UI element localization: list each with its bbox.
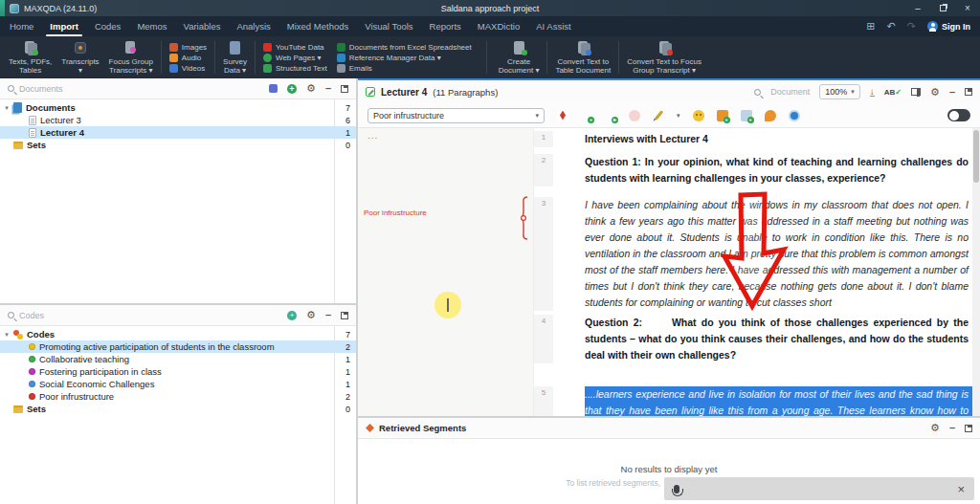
code-with-selected-icon[interactable]	[557, 110, 568, 121]
code-new-icon[interactable]: +	[581, 110, 592, 121]
document-row-lecturer-3[interactable]: Lecturer 3 6	[0, 114, 356, 126]
code-row-promoting-participation[interactable]: Promoting active participation of studen…	[0, 340, 356, 353]
menu-memos[interactable]: Memos	[137, 21, 167, 32]
menu-codes[interactable]: Codes	[95, 21, 121, 32]
emoticode-icon[interactable]	[693, 110, 704, 121]
code-in-vivo-icon[interactable]: ▸	[605, 110, 616, 121]
images-button[interactable]: Images	[169, 43, 207, 52]
texts-pdfs-tables-button[interactable]: Texts, PDFs,Tables	[4, 38, 56, 77]
highlighter-icon[interactable]	[653, 110, 664, 121]
grid-view-icon[interactable]: ⊞	[866, 20, 875, 33]
document-row-lecturer-4[interactable]: Lecturer 4 1	[0, 126, 356, 139]
codes-sets-row[interactable]: Sets 0	[0, 403, 356, 415]
codes-search-input[interactable]: Codes	[19, 311, 282, 320]
codes-root-row[interactable]: ▾ Codes 7	[0, 328, 356, 340]
export-document-icon[interactable]: ↓	[870, 87, 875, 97]
user-avatar-icon	[927, 21, 938, 32]
margin-options[interactable]: ...	[368, 130, 378, 141]
menu-variables[interactable]: Variables	[184, 21, 221, 32]
memo-icon[interactable]	[765, 110, 776, 121]
ribbon-separator	[255, 41, 256, 74]
code-row-poor-infrustructure[interactable]: Poor infrustructure 2	[0, 390, 356, 403]
menu-maxdictio[interactable]: MAXDictio	[478, 21, 520, 32]
menu-visual-tools[interactable]: Visual Tools	[365, 21, 412, 32]
undock-panel-icon[interactable]	[965, 88, 972, 96]
audio-button[interactable]: Audio	[169, 54, 207, 62]
transcripts-button[interactable]: Transcripts▾	[56, 38, 103, 77]
undock-panel-icon[interactable]	[341, 312, 348, 319]
coding-margin[interactable]: ... Poor infrustructure	[358, 128, 534, 416]
redo-icon: ↷	[907, 20, 916, 33]
code-row-fostering-participation[interactable]: Fostering participation in class 1	[0, 365, 356, 378]
minimize-panel-icon[interactable]: –	[325, 310, 331, 320]
vertical-scrollbar[interactable]	[972, 128, 980, 416]
minimize-button[interactable]: –	[905, 0, 930, 16]
zoom-select[interactable]: 100%▾	[819, 84, 860, 99]
code-summary-icon[interactable]: +	[717, 110, 728, 121]
paragraph-5-selected[interactable]: 5 ....learners experience and live in is…	[534, 386, 972, 416]
documents-root-row[interactable]: ▾ Documents 7	[0, 101, 356, 114]
code-row-collaborative-teaching[interactable]: Collaborative teaching 1	[0, 353, 356, 365]
gear-icon[interactable]: ⚙	[306, 310, 316, 320]
convert-to-table-document-button[interactable]: Convert Text toTable Document	[550, 38, 615, 77]
edit-mode-toggle[interactable]	[947, 109, 970, 121]
menu-home[interactable]: Home	[10, 21, 33, 32]
web-pages-button[interactable]: Web Pages ▾	[263, 54, 327, 62]
restore-button[interactable]	[930, 0, 955, 16]
code-row-social-economic[interactable]: Social Economic Challenges 1	[0, 378, 356, 390]
menu-reports[interactable]: Reports	[430, 21, 461, 32]
paragraph-4[interactable]: 4 Question 2: What do you think of those…	[534, 315, 972, 363]
document-text[interactable]: 1 Interviews with Lecturer 4 2 Question …	[534, 128, 980, 416]
margin-code-label[interactable]: Poor infrustructure	[364, 208, 427, 217]
create-document-button[interactable]: CreateDocument ▾	[494, 38, 545, 77]
smart-coding-icon[interactable]: +	[741, 110, 752, 121]
paragraph-1[interactable]: 1 Interviews with Lecturer 4	[534, 131, 972, 147]
reference-manager-button[interactable]: Reference Manager Data ▾	[337, 54, 472, 62]
emails-button[interactable]: Emails	[337, 64, 472, 73]
convert-to-focus-group-button[interactable]: Convert Text to FocusGroup Transcript ▾	[622, 38, 706, 77]
quick-code-combo[interactable]: Poor infrustructure▾	[368, 108, 545, 123]
menu-ai-assist[interactable]: AI Assist	[536, 21, 570, 32]
undo-icon[interactable]: ↶	[887, 20, 896, 33]
selected-text[interactable]: ....learners experience and live in isol…	[585, 386, 972, 416]
structured-text-button[interactable]: Structured Text	[263, 64, 327, 73]
documents-from-excel-button[interactable]: Documents from Excel Spreadsheet	[337, 43, 472, 52]
chevron-down-icon[interactable]: ▾	[0, 104, 13, 112]
gear-icon[interactable]: ⚙	[306, 83, 316, 94]
paragraph-2[interactable]: 2 Question 1: In your opinion, what kind…	[534, 154, 972, 186]
menu-import[interactable]: Import	[50, 21, 78, 32]
spellcheck-icon[interactable]: AB✓	[884, 88, 902, 97]
new-code-icon[interactable]: +	[287, 311, 297, 320]
focus-group-transcripts-button[interactable]: Focus GroupTranscripts ▾	[104, 38, 158, 77]
chevron-down-icon[interactable]: ▾	[0, 331, 13, 339]
paragraph-3[interactable]: 3 I have been complaining about the wind…	[534, 197, 972, 311]
sign-in-button[interactable]: Sign In	[927, 21, 970, 32]
gear-icon[interactable]: ⚙	[930, 423, 940, 433]
menu-mixed-methods[interactable]: Mixed Methods	[287, 21, 348, 32]
minimize-panel-icon[interactable]: –	[949, 87, 955, 98]
documents-search-input[interactable]: Documents	[19, 84, 264, 94]
audio-icon	[169, 54, 178, 62]
sidebar-toggle-icon[interactable]	[911, 88, 921, 96]
microphone-icon[interactable]	[674, 485, 679, 493]
menu-analysis[interactable]: Analysis	[236, 21, 270, 32]
ai-assist-icon[interactable]	[789, 110, 800, 121]
scrollbar-thumb[interactable]	[973, 130, 979, 183]
documents-sets-row[interactable]: Sets 0	[0, 139, 356, 151]
minimize-panel-icon[interactable]: –	[325, 83, 331, 94]
document-search-input[interactable]: Document	[770, 87, 810, 97]
videos-button[interactable]: Videos	[169, 64, 207, 73]
gear-icon[interactable]: ⚙	[930, 87, 940, 98]
close-icon[interactable]: ×	[957, 482, 965, 496]
restore-icon	[940, 5, 947, 11]
youtube-data-button[interactable]: YouTube Data	[263, 43, 327, 52]
minimize-panel-icon[interactable]: –	[949, 423, 955, 433]
undock-panel-icon[interactable]	[341, 85, 348, 93]
activation-icon[interactable]	[269, 84, 278, 93]
highlighter-caret-icon[interactable]: ▾	[677, 112, 680, 120]
survey-data-button[interactable]: SurveyData ▾	[218, 38, 252, 77]
dictation-bar[interactable]: ×	[664, 477, 974, 500]
new-document-group-icon[interactable]: +	[287, 84, 297, 94]
undock-panel-icon[interactable]	[965, 425, 972, 432]
close-button[interactable]: ×	[955, 0, 980, 16]
